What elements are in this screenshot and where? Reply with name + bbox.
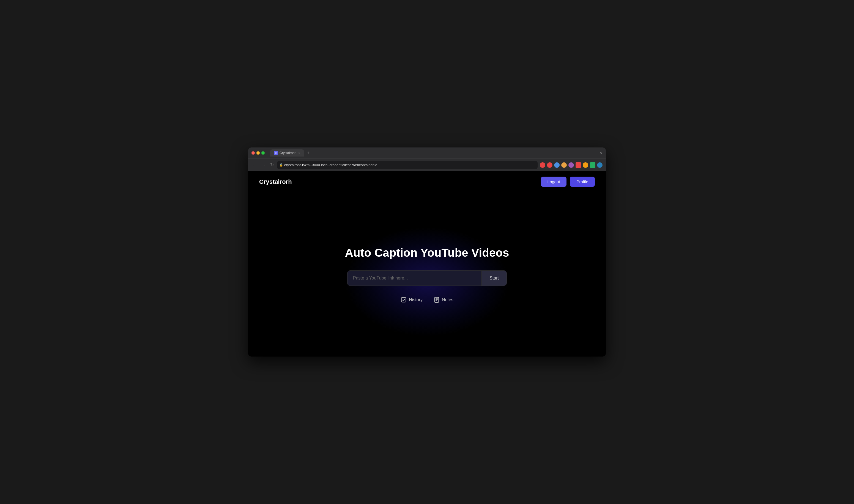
- toolbar-icon-9: [597, 162, 602, 168]
- nav-buttons: Logout Profile: [541, 177, 595, 187]
- close-button[interactable]: [252, 151, 255, 155]
- browser-window: C Crystalrohr × + ∨ ← → ↻ 🔒: [248, 147, 606, 357]
- tab-title: Crystalrohr: [279, 151, 296, 155]
- toolbar-icon-3: [554, 162, 560, 168]
- history-link[interactable]: History: [401, 297, 423, 303]
- address-bar: ← → ↻ 🔒: [248, 159, 606, 171]
- search-container: Start: [347, 270, 507, 286]
- profile-button[interactable]: Profile: [570, 177, 595, 187]
- page-content: Crystalrorh Logout Profile Auto Caption …: [248, 171, 606, 357]
- logout-button[interactable]: Logout: [541, 177, 567, 187]
- toolbar-icon-6: [576, 162, 581, 168]
- notes-link[interactable]: Notes: [434, 297, 453, 303]
- address-input[interactable]: [277, 161, 538, 169]
- refresh-button[interactable]: ↻: [269, 161, 275, 169]
- toolbar-icon-2: [547, 162, 552, 168]
- address-wrapper: 🔒: [277, 161, 538, 169]
- toolbar-icon-4: [561, 162, 567, 168]
- tab-favicon: C: [274, 151, 278, 155]
- action-links: History Notes: [401, 297, 453, 303]
- active-tab[interactable]: C Crystalrohr ×: [270, 149, 304, 157]
- forward-button[interactable]: →: [260, 161, 267, 169]
- toolbar-icon-5: [568, 162, 574, 168]
- tab-close-icon[interactable]: ×: [298, 151, 300, 155]
- minimize-button[interactable]: [256, 151, 260, 155]
- new-tab-button[interactable]: +: [305, 150, 311, 156]
- tab-bar: C Crystalrohr × + ∨: [270, 149, 602, 157]
- title-bar: C Crystalrohr × + ∨: [248, 147, 606, 159]
- start-button[interactable]: Start: [481, 271, 507, 286]
- notes-label: Notes: [442, 298, 453, 302]
- page-title: Auto Caption YouTube Videos: [345, 246, 509, 259]
- toolbar-icon-7: [583, 162, 588, 168]
- notes-icon: [434, 297, 440, 303]
- maximize-button[interactable]: [261, 151, 265, 155]
- toolbar-icons: [540, 162, 602, 168]
- toolbar-icon-1: [540, 162, 545, 168]
- back-button[interactable]: ←: [252, 161, 258, 169]
- lock-icon: 🔒: [279, 163, 283, 167]
- history-label: History: [409, 298, 423, 302]
- history-icon: [401, 297, 407, 303]
- tab-collapse-icon[interactable]: ∨: [600, 151, 602, 155]
- youtube-url-input[interactable]: [347, 271, 481, 286]
- app-nav: Crystalrorh Logout Profile: [248, 171, 606, 192]
- traffic-lights: [252, 151, 265, 155]
- main-area: Auto Caption YouTube Videos Start Histor…: [248, 192, 606, 357]
- app-logo: Crystalrorh: [259, 178, 292, 185]
- toolbar-icon-8: [590, 162, 595, 168]
